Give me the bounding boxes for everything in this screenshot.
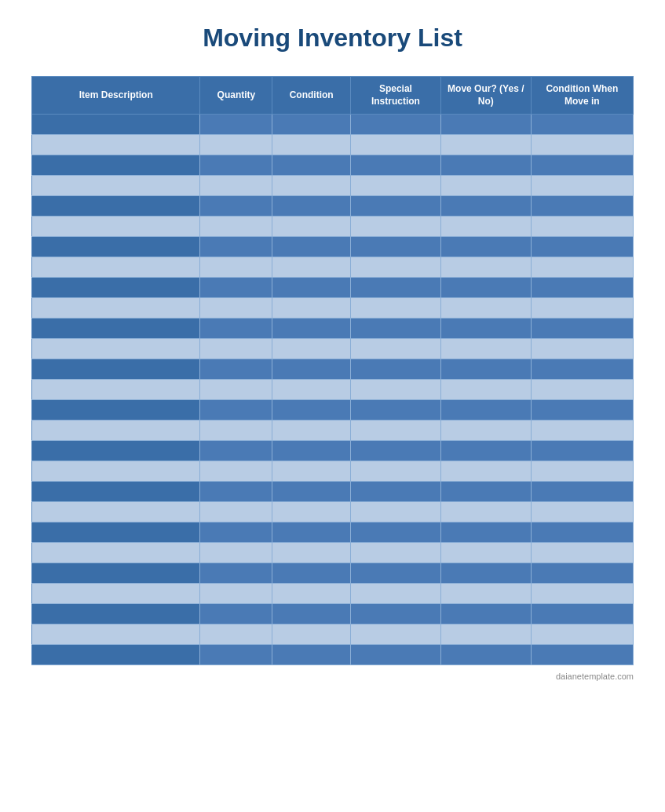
table-cell[interactable] [531, 400, 633, 421]
table-cell[interactable] [200, 196, 272, 217]
table-cell[interactable] [272, 624, 351, 645]
table-cell[interactable] [200, 645, 272, 665]
table-cell[interactable] [272, 298, 351, 319]
table-cell[interactable] [531, 441, 633, 461]
table-cell[interactable] [272, 257, 351, 278]
table-cell[interactable] [531, 543, 633, 563]
table-cell[interactable] [440, 319, 531, 339]
table-cell[interactable] [272, 482, 351, 502]
table-cell[interactable] [350, 543, 440, 563]
table-cell[interactable] [32, 176, 200, 196]
table-cell[interactable] [200, 155, 272, 176]
table-cell[interactable] [200, 298, 272, 319]
table-cell[interactable] [272, 115, 351, 135]
table-cell[interactable] [531, 563, 633, 584]
table-cell[interactable] [32, 359, 200, 380]
table-cell[interactable] [272, 155, 351, 176]
table-cell[interactable] [272, 543, 351, 563]
table-cell[interactable] [32, 563, 200, 584]
table-cell[interactable] [531, 645, 633, 665]
table-cell[interactable] [272, 237, 351, 257]
table-cell[interactable] [531, 502, 633, 523]
table-cell[interactable] [350, 217, 440, 237]
table-cell[interactable] [32, 278, 200, 298]
table-cell[interactable] [531, 380, 633, 400]
table-cell[interactable] [200, 563, 272, 584]
table-cell[interactable] [200, 441, 272, 461]
table-cell[interactable] [440, 482, 531, 502]
table-cell[interactable] [272, 217, 351, 237]
table-cell[interactable] [32, 380, 200, 400]
table-cell[interactable] [272, 421, 351, 441]
table-cell[interactable] [350, 115, 440, 135]
table-cell[interactable] [350, 155, 440, 176]
table-cell[interactable] [32, 584, 200, 604]
table-cell[interactable] [531, 257, 633, 278]
table-cell[interactable] [200, 319, 272, 339]
table-cell[interactable] [32, 543, 200, 563]
table-cell[interactable] [440, 217, 531, 237]
table-cell[interactable] [350, 359, 440, 380]
table-cell[interactable] [200, 400, 272, 421]
table-cell[interactable] [350, 624, 440, 645]
table-cell[interactable] [32, 645, 200, 665]
table-cell[interactable] [531, 482, 633, 502]
table-cell[interactable] [272, 196, 351, 217]
table-cell[interactable] [440, 523, 531, 543]
table-cell[interactable] [440, 176, 531, 196]
table-cell[interactable] [200, 217, 272, 237]
table-cell[interactable] [440, 298, 531, 319]
table-cell[interactable] [32, 217, 200, 237]
table-cell[interactable] [272, 359, 351, 380]
table-cell[interactable] [200, 604, 272, 624]
table-cell[interactable] [350, 135, 440, 155]
table-cell[interactable] [350, 176, 440, 196]
table-cell[interactable] [200, 339, 272, 359]
table-cell[interactable] [272, 604, 351, 624]
table-cell[interactable] [350, 441, 440, 461]
table-cell[interactable] [200, 482, 272, 502]
table-cell[interactable] [350, 278, 440, 298]
table-cell[interactable] [350, 257, 440, 278]
table-cell[interactable] [531, 176, 633, 196]
table-cell[interactable] [272, 278, 351, 298]
table-cell[interactable] [200, 257, 272, 278]
table-cell[interactable] [32, 461, 200, 482]
table-cell[interactable] [32, 400, 200, 421]
table-cell[interactable] [440, 135, 531, 155]
table-cell[interactable] [272, 380, 351, 400]
table-cell[interactable] [350, 400, 440, 421]
table-cell[interactable] [531, 217, 633, 237]
table-cell[interactable] [440, 278, 531, 298]
table-cell[interactable] [200, 461, 272, 482]
table-cell[interactable] [200, 380, 272, 400]
table-cell[interactable] [200, 115, 272, 135]
table-cell[interactable] [32, 155, 200, 176]
table-cell[interactable] [200, 176, 272, 196]
table-cell[interactable] [350, 645, 440, 665]
table-cell[interactable] [272, 461, 351, 482]
table-cell[interactable] [440, 115, 531, 135]
table-cell[interactable] [440, 237, 531, 257]
table-cell[interactable] [200, 624, 272, 645]
table-cell[interactable] [531, 298, 633, 319]
table-cell[interactable] [32, 523, 200, 543]
table-cell[interactable] [350, 339, 440, 359]
table-cell[interactable] [200, 584, 272, 604]
table-cell[interactable] [272, 319, 351, 339]
table-cell[interactable] [531, 237, 633, 257]
table-cell[interactable] [531, 339, 633, 359]
table-cell[interactable] [350, 523, 440, 543]
table-cell[interactable] [32, 298, 200, 319]
table-cell[interactable] [531, 135, 633, 155]
table-cell[interactable] [531, 604, 633, 624]
table-cell[interactable] [32, 482, 200, 502]
table-cell[interactable] [440, 421, 531, 441]
table-cell[interactable] [32, 115, 200, 135]
table-cell[interactable] [350, 604, 440, 624]
table-cell[interactable] [32, 604, 200, 624]
table-cell[interactable] [440, 257, 531, 278]
table-cell[interactable] [440, 359, 531, 380]
table-cell[interactable] [531, 115, 633, 135]
table-cell[interactable] [32, 441, 200, 461]
